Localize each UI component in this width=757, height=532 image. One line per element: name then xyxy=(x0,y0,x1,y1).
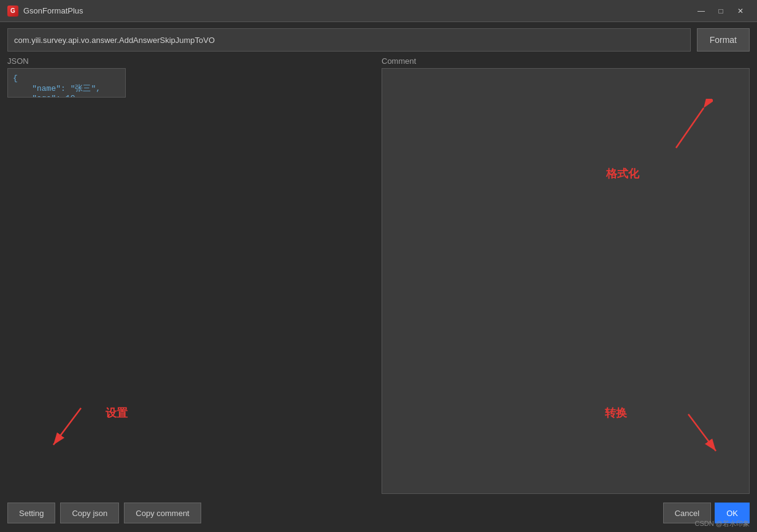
json-panel: JSON 设置 xyxy=(7,56,375,494)
json-editor[interactable] xyxy=(7,68,126,98)
minimize-button[interactable]: — xyxy=(692,4,710,18)
bottom-bar: Setting Copy json Copy comment Cancel OK xyxy=(7,499,750,526)
title-bar: G GsonFormatPlus — □ ✕ xyxy=(0,0,757,22)
panels-row: JSON 设置 Comment xyxy=(7,56,750,494)
json-label: JSON xyxy=(7,56,375,66)
app-title: GsonFormatPlus xyxy=(23,6,83,15)
copy-json-button[interactable]: Copy json xyxy=(60,503,119,523)
maximize-button[interactable]: □ xyxy=(712,4,730,18)
svg-line-1 xyxy=(53,408,81,445)
bottom-left-buttons: Setting Copy json Copy comment xyxy=(7,503,201,523)
comment-editor[interactable] xyxy=(382,68,750,494)
comment-panel: Comment 格式化 转换 xyxy=(382,56,750,494)
title-left: G GsonFormatPlus xyxy=(7,6,83,17)
setting-button[interactable]: Setting xyxy=(7,503,55,523)
comment-label: Comment xyxy=(382,56,750,66)
app-icon: G xyxy=(7,6,18,17)
window-controls: — □ ✕ xyxy=(692,4,750,18)
top-bar: Format xyxy=(7,28,750,52)
watermark: CSDN @若水印象 xyxy=(695,519,750,528)
setting-arrow-icon xyxy=(44,402,106,457)
copy-comment-button[interactable]: Copy comment xyxy=(124,503,201,523)
format-button[interactable]: Format xyxy=(697,28,750,52)
main-content: Format JSON 设置 xyxy=(0,22,757,532)
close-button[interactable]: ✕ xyxy=(731,4,750,18)
class-name-input[interactable] xyxy=(7,28,691,52)
setting-annotation-label: 设置 xyxy=(106,406,128,420)
